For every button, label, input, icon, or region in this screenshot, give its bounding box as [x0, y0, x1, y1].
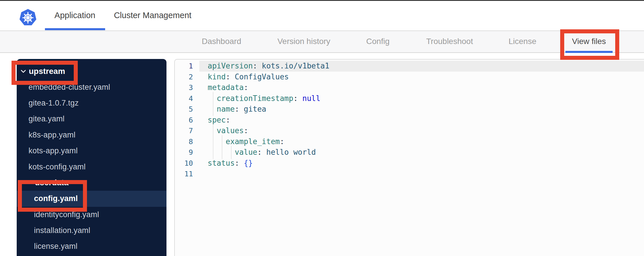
nav-tab-dashboard[interactable]: Dashboard — [202, 31, 241, 52]
line-number: 3 — [175, 82, 193, 93]
indent-guide — [213, 146, 213, 159]
code-line-2: 2kind: ConfigValues — [175, 72, 644, 83]
line-number: 2 — [175, 72, 193, 83]
code-line-5: 5 name: gitea — [175, 104, 644, 115]
code-line-10: 10status: {} — [175, 158, 644, 169]
app-nav-bar: DashboardVersion historyConfigTroublesho… — [0, 31, 644, 53]
tree-file-gitea-1.0.7.tgz[interactable]: gitea-1.0.7.tgz — [17, 95, 166, 111]
line-number: 7 — [175, 125, 193, 136]
code-text: status: {} — [208, 158, 253, 169]
tree-file-embedded-cluster.yaml[interactable]: embedded-cluster.yaml — [17, 79, 166, 95]
tree-file-k8s-app.yaml[interactable]: k8s-app.yaml — [17, 127, 166, 143]
code-line-1: 1apiVersion: kots.io/v1beta1 — [175, 61, 644, 72]
code-text: values: — [208, 125, 248, 136]
indent-guide — [231, 146, 232, 159]
tree-file-identityconfig.yaml[interactable]: identityconfig.yaml — [17, 207, 166, 223]
code-text: value: hello world — [208, 147, 316, 158]
nav-tab-version-history[interactable]: Version history — [277, 31, 330, 52]
file-label: gitea.yaml — [29, 114, 65, 123]
tree-file-license.yaml[interactable]: license.yaml — [17, 238, 166, 254]
code-lines: 1apiVersion: kots.io/v1beta12kind: Confi… — [175, 60, 644, 179]
file-label: kots-config.yaml — [29, 163, 86, 171]
kubernetes-logo-icon — [18, 9, 37, 28]
nav-tab-view-files[interactable]: View files — [572, 31, 606, 52]
file-label: license.yaml — [34, 242, 77, 251]
tree-file-config.yaml[interactable]: config.yaml — [17, 191, 166, 207]
yaml-file-viewer[interactable]: 1apiVersion: kots.io/v1beta12kind: Confi… — [174, 59, 644, 256]
code-line-9: 9 value: hello world — [175, 147, 644, 158]
code-line-6: 6spec: — [175, 115, 644, 126]
code-text: name: gitea — [208, 104, 266, 115]
code-text: spec: — [208, 115, 230, 126]
line-number: 4 — [175, 93, 193, 104]
code-line-7: 7 values: — [175, 125, 644, 136]
app-header: ApplicationCluster Management — [0, 1, 644, 31]
tree-folder-upstream[interactable]: upstream — [17, 63, 166, 79]
indent-guide — [213, 103, 213, 116]
tree-file-kots-app.yaml[interactable]: kots-app.yaml — [17, 143, 166, 159]
line-number: 11 — [175, 169, 193, 179]
file-tree-sidebar[interactable]: upstreamembedded-cluster.yamlgitea-1.0.7… — [17, 59, 166, 256]
header-tab-application[interactable]: Application — [54, 1, 95, 30]
active-nav-tab-underline — [565, 51, 613, 53]
folder-label: userdata — [35, 178, 69, 187]
line-number: 9 — [175, 147, 193, 158]
file-label: kots-app.yaml — [29, 146, 78, 155]
tree-file-installation.yaml[interactable]: installation.yaml — [17, 223, 166, 238]
code-line-3: 3metadata: — [175, 82, 644, 93]
line-number: 1 — [175, 61, 193, 72]
nav-tab-config[interactable]: Config — [366, 31, 390, 52]
line-number: 6 — [175, 115, 193, 126]
header-tab-cluster-management[interactable]: Cluster Management — [114, 1, 191, 30]
code-line-4: 4 creationTimestamp: null — [175, 93, 644, 104]
file-label: gitea-1.0.7.tgz — [29, 99, 79, 108]
chevron-down-icon — [27, 181, 32, 184]
nav-tab-license[interactable]: License — [509, 31, 537, 52]
file-label: k8s-app.yaml — [29, 131, 75, 140]
code-text: apiVersion: kots.io/v1beta1 — [208, 61, 329, 72]
code-text: kind: ConfigValues — [208, 72, 289, 83]
folder-label: upstream — [29, 67, 65, 76]
code-text: metadata: — [208, 82, 248, 93]
code-line-11: 11 — [175, 169, 644, 179]
line-number: 8 — [175, 136, 193, 147]
line-number: 10 — [175, 158, 193, 169]
nav-tab-troubleshoot[interactable]: Troubleshoot — [426, 31, 473, 52]
indent-guide — [222, 146, 222, 159]
tree-folder-userdata[interactable]: userdata — [17, 175, 166, 191]
code-line-8: 8 example_item: — [175, 136, 644, 147]
line-number: 5 — [175, 104, 193, 115]
tree-file-gitea.yaml[interactable]: gitea.yaml — [17, 111, 166, 127]
tree-file-kots-config.yaml[interactable]: kots-config.yaml — [17, 159, 166, 175]
file-label: embedded-cluster.yaml — [29, 83, 110, 92]
file-label: identityconfig.yaml — [34, 210, 99, 219]
code-text: creationTimestamp: null — [208, 93, 320, 104]
file-label: config.yaml — [34, 194, 78, 203]
file-label: installation.yaml — [34, 226, 90, 235]
code-text: example_item: — [208, 136, 284, 147]
active-header-tab-underline — [45, 28, 105, 30]
chevron-down-icon — [21, 70, 26, 73]
